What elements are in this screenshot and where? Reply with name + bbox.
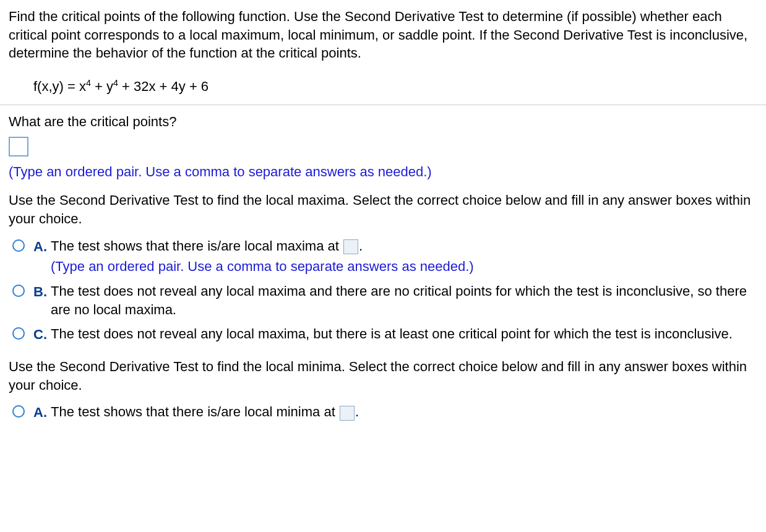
formula-exp1: 4 [86, 78, 91, 88]
divider [0, 105, 766, 105]
critical-points-input[interactable] [9, 137, 28, 157]
maxima-choice-b[interactable]: B. The test does not reveal any local ma… [12, 282, 757, 319]
radio-icon[interactable] [12, 327, 25, 340]
maxima-a-pre: The test shows that there is/are local m… [51, 238, 343, 254]
critical-points-prompt: What are the critical points? [9, 113, 757, 131]
minima-choice-a[interactable]: A. The test shows that there is/are loca… [12, 403, 757, 422]
minima-instruction: Use the Second Derivative Test to find t… [9, 358, 757, 394]
maxima-choice-a[interactable]: A. The test shows that there is/are loca… [12, 237, 757, 276]
minima-a-pre: The test shows that there is/are local m… [51, 404, 339, 419]
choice-letter: C. [33, 325, 51, 344]
radio-icon[interactable] [12, 405, 25, 418]
critical-points-hint: (Type an ordered pair. Use a comma to se… [9, 163, 757, 181]
choice-letter: A. [33, 403, 51, 422]
maxima-a-post: . [359, 238, 363, 254]
formula-exp2: 4 [113, 78, 118, 88]
formula-tail: + 32x + 4y + 6 [118, 79, 209, 94]
minima-a-post: . [355, 404, 359, 419]
minima-a-input[interactable] [340, 406, 355, 421]
problem-intro: Find the critical points of the followin… [9, 7, 757, 62]
maxima-instruction: Use the Second Derivative Test to find t… [9, 191, 757, 228]
formula-lhs: f(x,y) = x [33, 79, 86, 94]
choice-letter: A. [33, 238, 51, 256]
formula: f(x,y) = x4 + y4 + 32x + 4y + 6 [9, 75, 757, 105]
radio-icon[interactable] [12, 285, 25, 297]
maxima-b-text: The test does not reveal any local maxim… [51, 282, 757, 319]
choice-letter: B. [33, 283, 51, 301]
formula-plus-y: + y [91, 79, 113, 94]
maxima-c-text: The test does not reveal any local maxim… [51, 325, 757, 343]
radio-icon[interactable] [12, 239, 25, 252]
maxima-choice-c[interactable]: C. The test does not reveal any local ma… [12, 325, 757, 344]
maxima-a-hint: (Type an ordered pair. Use a comma to se… [51, 257, 757, 276]
maxima-a-input[interactable] [343, 239, 358, 254]
